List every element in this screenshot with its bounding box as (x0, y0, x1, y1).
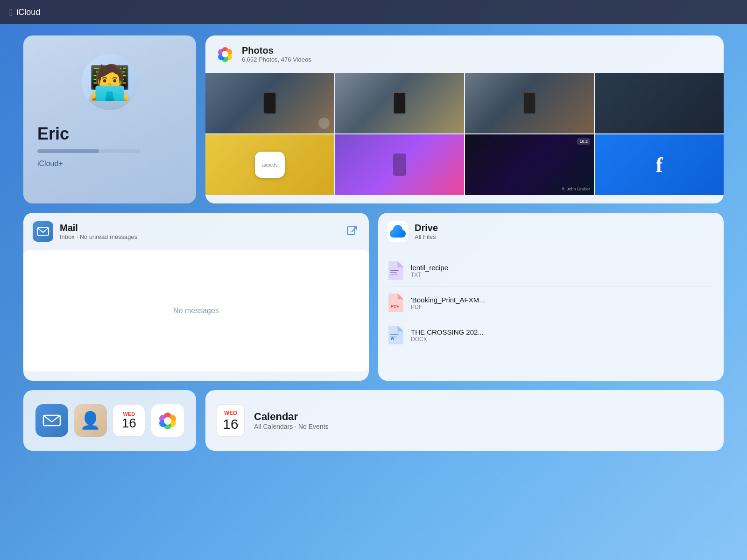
storage-progress-bar (37, 149, 140, 153)
icloud-title: iCloud (16, 7, 40, 17)
apps-dock: 👤 WED 16 (23, 390, 196, 451)
file-info: THE CROSSING 202... DOCX (411, 328, 484, 343)
photos-icon (215, 44, 235, 64)
dock-mail-icon (35, 404, 68, 437)
file-name: 'Booking_Print_AFXM... (411, 296, 485, 304)
file-type: PDF (411, 304, 485, 310)
photo-cell[interactable] (465, 73, 594, 133)
user-name: Eric (37, 124, 69, 144)
mail-subtitle: Inbox · No unread messages (60, 233, 338, 240)
drive-app-icon (388, 221, 408, 242)
mail-app-icon (33, 221, 53, 242)
svg-text:PDF: PDF (391, 304, 400, 308)
file-type: TXT (411, 272, 448, 278)
progress-fill (37, 149, 99, 153)
photos-title: Photos (242, 45, 311, 56)
txt-file-icon (388, 260, 404, 281)
avatar-emoji: 🧑‍💻 (89, 65, 131, 99)
photo-cell[interactable] (335, 73, 464, 133)
svg-point-6 (222, 51, 228, 57)
avatar: 🧑‍💻 (82, 54, 138, 110)
svg-rect-13 (390, 272, 397, 273)
mail-title-group: Mail Inbox · No unread messages (60, 223, 338, 240)
photo-cell[interactable] (205, 73, 334, 133)
photos-subtitle: 6,652 Photos, 476 Videos (242, 56, 311, 63)
file-name: THE CROSSING 202... (411, 328, 484, 336)
calendar-title: Calendar (254, 411, 329, 423)
photos-grid: airpods 16.2 ft. John Gruber (205, 73, 724, 195)
dock-photos[interactable] (151, 404, 184, 437)
compose-button[interactable] (345, 224, 359, 239)
svg-point-29 (164, 417, 171, 425)
docx-file-icon: W (388, 325, 404, 345)
svg-rect-9 (347, 227, 355, 234)
no-messages-text: No messages (173, 307, 219, 315)
file-type: DOCX (411, 336, 484, 343)
svg-rect-12 (390, 270, 399, 271)
profile-card[interactable]: 🧑‍💻 Eric iCloud+ (23, 35, 196, 203)
drive-header: Drive All Files (378, 213, 724, 250)
dock-contacts-icon: 👤 (74, 404, 107, 437)
mail-card[interactable]: Mail Inbox · No unread messages No messa… (23, 213, 369, 381)
file-info: 'Booking_Print_AFXM... PDF (411, 296, 485, 310)
dock-contacts[interactable]: 👤 (74, 404, 107, 437)
calendar-subtitle: All Calendars · No Events (254, 423, 329, 430)
file-name: lentil_recipe (411, 264, 448, 272)
cal-day-abbr: WED (224, 410, 237, 416)
icloud-plan: iCloud+ (37, 160, 63, 168)
drive-file-item[interactable]: PDF 'Booking_Print_AFXM... PDF (388, 287, 714, 319)
drive-card[interactable]: Drive All Files (378, 213, 724, 381)
svg-rect-20 (390, 336, 397, 337)
pdf-file-icon: PDF (388, 293, 404, 313)
photos-header: Photos 6,652 Photos, 476 Videos (205, 35, 724, 73)
photo-cell[interactable]: 16.2 ft. John Gruber (465, 134, 594, 195)
header:  iCloud (0, 0, 747, 24)
dock-calendar-icon: WED 16 (113, 404, 145, 437)
dock-calendar[interactable]: WED 16 (113, 404, 145, 437)
drive-files-list: lentil_recipe TXT PDF (378, 250, 724, 356)
drive-title: Drive (415, 223, 438, 233)
mail-title: Mail (60, 223, 338, 233)
drive-subtitle: All Files (415, 233, 438, 240)
dock-photos-icon (151, 404, 184, 437)
dock-mail[interactable] (35, 404, 68, 437)
calendar-info: Calendar All Calendars · No Events (254, 411, 329, 430)
drive-file-item[interactable]: lentil_recipe TXT (388, 255, 714, 287)
dock-cal-day-num: 16 (122, 417, 136, 430)
calendar-card[interactable]: WED 16 Calendar All Calendars · No Event… (205, 390, 724, 451)
svg-rect-14 (390, 274, 398, 275)
photo-cell[interactable]: f (595, 134, 724, 195)
photos-card[interactable]: Photos 6,652 Photos, 476 Videos (205, 35, 724, 203)
photo-cell[interactable] (595, 73, 724, 133)
svg-rect-19 (390, 334, 399, 335)
drive-file-item[interactable]: W THE CROSSING 202... DOCX (388, 319, 714, 351)
photo-cell[interactable]: airpods (205, 134, 334, 195)
file-info: lentil_recipe TXT (411, 264, 448, 278)
apple-logo-icon:  (9, 7, 13, 18)
photos-title-group: Photos 6,652 Photos, 476 Videos (242, 45, 311, 63)
mail-body: No messages (23, 250, 369, 371)
calendar-date-badge: WED 16 (217, 404, 245, 437)
photo-cell[interactable] (335, 134, 464, 195)
drive-title-group: Drive All Files (415, 223, 438, 240)
mail-header: Mail Inbox · No unread messages (23, 213, 369, 250)
cal-day-num: 16 (223, 416, 238, 432)
